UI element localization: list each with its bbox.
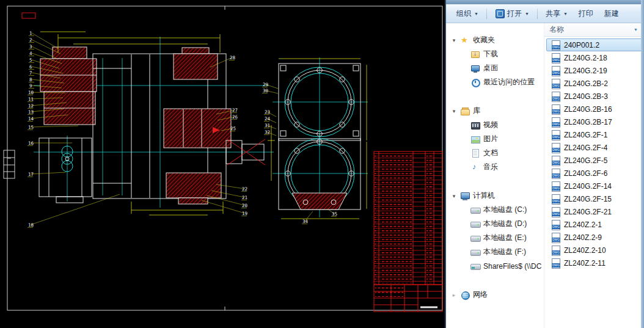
nav-group-label: 收藏夹: [473, 35, 495, 45]
nav-item-label: 桌面: [483, 63, 498, 73]
file-row[interactable]: DWGZL240G.2B-3: [546, 90, 642, 103]
file-row[interactable]: DWGZL240G.2F-21: [546, 205, 642, 218]
toolbar-label: 新建: [604, 9, 619, 19]
nav-gap: [446, 273, 544, 288]
open-icon: [495, 9, 505, 18]
nav-item[interactable]: 本地磁盘 (E:): [446, 231, 544, 245]
nav-group-label: 库: [473, 106, 480, 116]
callout-31: 31: [265, 123, 270, 128]
file-row[interactable]: DWGZL240Z.2-10: [546, 244, 642, 257]
file-name: ZL240G.2B-2: [564, 79, 608, 88]
nav-item[interactable]: 视频: [446, 118, 544, 132]
nav-group-libraries[interactable]: ▾库: [446, 104, 544, 118]
revision-mark: [22, 13, 35, 18]
callout-19: 19: [242, 211, 247, 216]
file-list: DWG240P001.2DWGZL240G.2-18DWGZL240G.2-19…: [544, 37, 644, 328]
file-row[interactable]: DWGZL240G.2F-4: [546, 141, 642, 154]
file-row[interactable]: DWGZL240G.2F-1: [546, 128, 642, 141]
callout-21: 21: [242, 195, 247, 200]
file-row[interactable]: DWGZL240Z.2-1: [546, 218, 642, 231]
callout-24: 24: [265, 116, 271, 122]
nav-group-favorites[interactable]: ▾收藏夹: [446, 33, 544, 47]
file-row[interactable]: DWGZL240G.2F-14: [546, 180, 642, 192]
nav-gap: [446, 89, 544, 104]
expander-icon[interactable]: ▾: [451, 37, 457, 43]
file-row[interactable]: DWGZL240G.2B-16: [546, 103, 642, 115]
toolbar-organize[interactable]: 组织▼: [451, 6, 484, 21]
downloads-icon: [470, 49, 480, 59]
nav-group-computer[interactable]: ▾计算机: [446, 189, 544, 203]
file-row[interactable]: DWGZL240G.2F-6: [546, 167, 642, 180]
file-area: 名称 ▼ DWG240P001.2DWGZL240G.2-18DWGZL240G…: [544, 23, 644, 328]
file-name: ZL240G.2F-1: [564, 131, 607, 139]
callout-6: 6: [29, 64, 32, 70]
file-row[interactable]: DWGZL240G.2F-15: [546, 192, 642, 205]
file-name: ZL240G.2B-17: [564, 118, 612, 126]
nav-item[interactable]: 本地磁盘 (F:): [446, 245, 544, 259]
dwg-file-icon: DWG: [551, 143, 560, 153]
column-header-name[interactable]: 名称 ▼: [544, 23, 644, 37]
file-name: ZL240Z.2-1: [564, 220, 602, 229]
nav-item[interactable]: 音乐: [446, 160, 544, 174]
dwg-file-icon: DWG: [551, 156, 560, 166]
callout-26: 26: [232, 114, 238, 120]
toolbar-new[interactable]: 新建: [599, 6, 624, 21]
file-row[interactable]: DWGZL240G.2-18: [546, 51, 642, 64]
libraries-icon: [460, 106, 470, 116]
nav-item[interactable]: 最近访问的位置: [446, 75, 544, 89]
dwg-file-icon: DWG: [551, 104, 560, 114]
callout-9: 9: [29, 83, 32, 89]
toolbar-open[interactable]: 打开▼: [489, 6, 535, 21]
nav-item[interactable]: 本地磁盘 (D:): [446, 217, 544, 231]
callout-34: 34: [302, 219, 309, 224]
toolbar-share[interactable]: 共享▼: [540, 6, 573, 21]
disk-icon: [470, 233, 480, 243]
file-name: ZL240G.2F-15: [564, 195, 612, 203]
file-name: ZL240G.2-19: [564, 67, 607, 75]
file-row[interactable]: DWGZL240Z.2-9: [546, 231, 642, 244]
nav-item[interactable]: 下载: [446, 47, 544, 61]
nav-item-label: 本地磁盘 (F:): [483, 247, 526, 257]
nav-item[interactable]: 本地磁盘 (C:): [446, 203, 544, 217]
callout-1: 1: [29, 31, 32, 36]
callout-4: 4: [29, 51, 32, 56]
file-name: ZL240G.2F-6: [564, 169, 607, 178]
nav-item[interactable]: 文档: [446, 146, 544, 160]
nav-item-label: 本地磁盘 (C:): [483, 205, 527, 215]
file-row[interactable]: DWGZL240Z.2-11: [546, 257, 642, 269]
file-row[interactable]: DWGZL240G.2F-5: [546, 154, 642, 167]
file-row[interactable]: DWG240P001.2: [546, 38, 642, 51]
file-row[interactable]: DWGZL240G.2-19: [546, 64, 642, 77]
dropdown-arrow-icon: ▼: [474, 12, 478, 16]
nav-item-label: 本地磁盘 (E:): [483, 233, 527, 243]
file-name: ZL240G.2B-16: [564, 105, 612, 114]
nav-item-label: 文档: [483, 148, 498, 158]
file-explorer-window: 组织▼打开▼共享▼打印新建 ▾收藏夹下载桌面最近访问的位置▾库视频图片文档音乐▾…: [445, 0, 644, 328]
callout-11: 11: [28, 97, 34, 102]
file-name: ZL240Z.2-10: [564, 246, 606, 255]
nav-item[interactable]: 图片: [446, 132, 544, 146]
toolbar-separator: [486, 9, 487, 19]
dwg-file-icon: DWG: [551, 40, 560, 50]
file-name: ZL240G.2F-4: [564, 144, 607, 152]
nav-item[interactable]: 桌面: [446, 61, 544, 75]
favorites-icon: [460, 35, 470, 45]
callout-28: 28: [230, 55, 236, 60]
file-name: ZL240G.2F-5: [564, 156, 607, 165]
file-row[interactable]: DWGZL240G.2B-17: [546, 115, 642, 128]
expander-icon[interactable]: ▾: [451, 108, 457, 114]
nav-group-network[interactable]: ▸网络: [446, 288, 544, 302]
nav-item-label: 视频: [483, 120, 498, 130]
file-row[interactable]: DWGZL240G.2B-2: [546, 77, 642, 90]
expander-icon[interactable]: ▸: [451, 292, 457, 298]
expander-icon[interactable]: ▾: [451, 193, 457, 199]
nav-item[interactable]: ShareFiles$ (\\DC: [446, 259, 544, 273]
column-sort-dropdown-icon[interactable]: ▼: [634, 27, 638, 32]
toolbar-print[interactable]: 打印: [573, 6, 599, 21]
nav-item-label: 最近访问的位置: [483, 77, 535, 87]
nav-item-label: 本地磁盘 (D:): [483, 219, 527, 229]
window-right-frame: [641, 0, 644, 328]
dwg-file-icon: DWG: [551, 92, 560, 101]
parts-list-table: [374, 151, 442, 312]
pictures-icon: [470, 134, 480, 144]
